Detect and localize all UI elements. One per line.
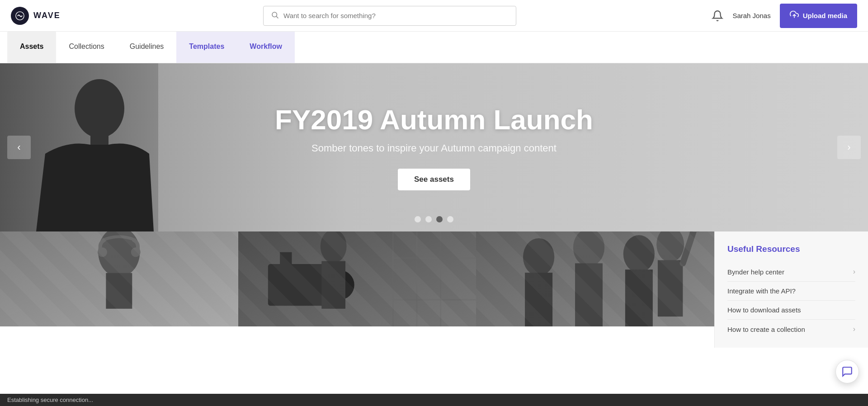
svg-point-28 [623,235,655,273]
content-area: Useful Resources Bynder help center › In… [0,231,868,348]
hero-prev-button[interactable]: ‹ [7,136,31,159]
notification-bell-icon[interactable] [712,10,723,22]
thumbnails-grid [0,231,714,348]
svg-point-5 [75,79,124,138]
upload-media-label: Upload media [803,12,847,19]
resource-item-download[interactable]: How to download assets [727,301,855,320]
search-input[interactable] [283,12,509,19]
svg-rect-22 [321,261,345,308]
hero-next-button[interactable]: › [837,136,861,159]
carousel-dot-1[interactable] [415,216,421,222]
search-icon [271,11,279,21]
user-name[interactable]: Sarah Jonas [732,12,770,19]
svg-point-30 [657,231,684,262]
svg-rect-29 [625,269,653,326]
header-right: Sarah Jonas Upload media [712,4,857,28]
svg-rect-12 [238,231,476,326]
svg-rect-14 [280,252,292,267]
resource-item-collection[interactable]: How to create a collection › [727,320,855,339]
svg-rect-27 [575,263,603,326]
hero-cta-button[interactable]: See assets [398,169,470,190]
svg-rect-25 [525,273,552,326]
resources-title: Useful Resources [727,244,855,254]
resource-item-api[interactable]: Integrate with the API? [727,282,855,301]
svg-rect-7 [0,231,238,326]
upload-media-button[interactable]: Upload media [780,4,857,28]
resource-arrow-help: › [853,268,855,276]
carousel-dot-3[interactable] [436,216,443,222]
svg-point-11 [131,247,141,257]
nav-item-guidelines[interactable]: Guidelines [117,32,177,63]
svg-point-15 [325,270,354,300]
search-wrapper [68,6,712,26]
header: WAVE Sarah Jonas [0,0,868,32]
svg-line-32 [683,231,696,263]
thumbnail-3[interactable] [476,231,714,326]
logo-text: WAVE [33,11,61,20]
resource-arrow-collection: › [853,325,855,333]
upload-cloud-icon [790,10,799,21]
resource-link-api: Integrate with the API? [727,287,796,295]
nav-item-assets[interactable]: Assets [7,32,56,63]
hero-subtitle: Somber tones to inspire your Autumn camp… [275,142,593,154]
svg-point-8 [98,231,140,277]
svg-point-24 [523,238,554,276]
svg-rect-23 [476,231,714,326]
hero-title: FY2019 Autumn Launch [275,104,593,135]
svg-point-1 [272,12,277,17]
resource-item-help[interactable]: Bynder help center › [727,262,855,282]
svg-point-26 [573,231,604,266]
svg-point-21 [320,231,346,263]
svg-rect-33 [692,231,700,232]
logo[interactable]: WAVE [11,7,61,25]
thumbnail-2[interactable] [238,231,476,326]
hero-content: FY2019 Autumn Launch Somber tones to ins… [275,104,593,190]
search-bar [263,6,516,26]
hero-carousel: FY2019 Autumn Launch Somber tones to ins… [0,63,868,231]
nav-bar: Assets Collections Guidelines Templates … [0,32,868,63]
svg-point-10 [98,247,107,257]
nav-item-collections[interactable]: Collections [56,32,117,63]
nav-item-templates[interactable]: Templates [176,32,237,63]
resource-link-help: Bynder help center [727,268,784,276]
svg-rect-31 [658,260,683,316]
svg-line-2 [276,16,278,18]
resource-link-download: How to download assets [727,306,801,314]
carousel-dot-4[interactable] [447,216,453,222]
svg-rect-13 [268,264,340,306]
hero-dots [415,216,453,222]
resource-link-collection: How to create a collection [727,326,805,333]
thumbnail-1[interactable] [0,231,238,326]
svg-rect-9 [106,273,132,309]
resources-panel: Useful Resources Bynder help center › In… [714,231,868,348]
nav-item-workflow[interactable]: Workflow [237,32,295,63]
logo-icon [11,7,29,25]
carousel-dot-2[interactable] [425,216,432,222]
